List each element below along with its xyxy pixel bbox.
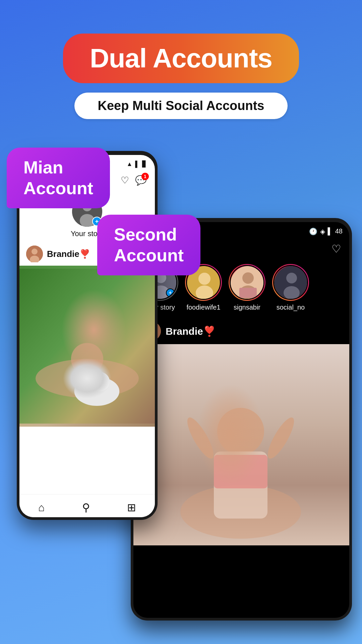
story-item-social[interactable]: social_no: [272, 264, 309, 311]
svg-point-4: [32, 249, 38, 255]
post2-username: Brandie❣️: [166, 325, 216, 337]
signal-icon: ▌: [135, 161, 139, 168]
svg-point-32: [263, 414, 299, 462]
social-label: social_no: [277, 304, 305, 311]
signsabir-avatar: [231, 266, 264, 300]
story-add-overlay: +: [166, 288, 175, 297]
svg-point-15: [198, 273, 210, 285]
story-item-signsabir[interactable]: signsabir: [229, 264, 265, 311]
battery2-icon: 48: [335, 227, 343, 235]
wifi-icon: ▲: [126, 161, 132, 168]
main-account-line1: Mian: [23, 157, 93, 178]
svg-point-8: [71, 343, 103, 375]
home-nav-icon[interactable]: ⌂: [38, 501, 45, 514]
header-icons-main: ♡ 💬 1: [121, 175, 147, 186]
post-username-main: Brandie❣️: [47, 249, 90, 259]
svg-point-7: [36, 359, 139, 397]
phone-second-screen: 🕐 ◈ ▌ 48 Instagram ♡: [133, 222, 349, 618]
svg-point-18: [242, 272, 254, 284]
social-story-ring: [272, 264, 309, 301]
svg-point-28: [180, 485, 301, 539]
dual-accounts-banner: Dual Accounts: [63, 34, 299, 83]
wifi2-icon: ◈: [320, 227, 325, 235]
post-user-row-second: Brandie❣️: [133, 318, 349, 344]
post-avatar-svg: [26, 246, 43, 262]
post-image-main: [19, 266, 155, 427]
second-account-label: Second Account: [97, 215, 200, 275]
svg-rect-27: [133, 344, 349, 545]
subtitle-text: Keep Multi Social Accounts: [98, 99, 264, 113]
main-account-line2: Account: [23, 178, 93, 199]
add-nav-icon[interactable]: ⊞: [127, 501, 136, 514]
header-area: Dual Accounts Keep Multi Social Accounts: [0, 0, 362, 119]
post2-image-svg: [133, 344, 349, 545]
main-account-label: Mian Account: [7, 148, 110, 208]
svg-rect-30: [214, 451, 267, 519]
second-account-line1: Second: [114, 224, 184, 245]
bottom-nav-main: ⌂ ⚲ ⊞: [19, 494, 155, 517]
post-image-second: [133, 344, 349, 545]
signsabir-inner: [230, 265, 264, 300]
svg-rect-20: [239, 288, 257, 298]
svg-rect-33: [214, 455, 267, 488]
svg-point-22: [286, 273, 297, 283]
svg-point-16: [196, 285, 213, 300]
signal2-icon: ▌: [328, 227, 333, 235]
second-account-line2: Account: [114, 245, 184, 266]
clock-icon: 🕐: [309, 227, 317, 235]
heart-icon-main[interactable]: ♡: [121, 175, 129, 186]
signsabir-story-ring: [229, 264, 265, 301]
dual-accounts-title: Dual Accounts: [90, 43, 272, 73]
svg-point-29: [217, 408, 264, 455]
subtitle-banner: Keep Multi Social Accounts: [74, 93, 288, 119]
heart-icon-second[interactable]: ♡: [331, 243, 341, 255]
battery-icon: ▊: [142, 160, 147, 168]
foodiewife-label: foodiewife1: [186, 304, 220, 311]
social-avatar: [274, 266, 308, 300]
post-image-svg: [19, 266, 155, 427]
svg-point-9: [74, 377, 120, 406]
messages-icon-wrap[interactable]: 💬 1: [135, 175, 147, 186]
svg-point-10: [90, 372, 110, 391]
svg-point-31: [183, 414, 218, 462]
notification-badge: 1: [141, 173, 149, 180]
signsabir-label: signsabir: [234, 304, 260, 311]
social-inner: [273, 265, 308, 300]
post-user-avatar-main: [26, 246, 43, 262]
search-nav-icon[interactable]: ⚲: [82, 501, 90, 514]
phone-second: 🕐 ◈ ▌ 48 Instagram ♡: [131, 218, 352, 621]
phone-main-screen: ▲ ▌ ▊ Instagram ∨ ♡ 💬 1: [19, 155, 155, 517]
svg-point-23: [284, 286, 300, 300]
svg-rect-6: [19, 269, 155, 424]
phones-area: Mian Account Second Account ▲ ▌ ▊ Instag…: [0, 121, 362, 644]
